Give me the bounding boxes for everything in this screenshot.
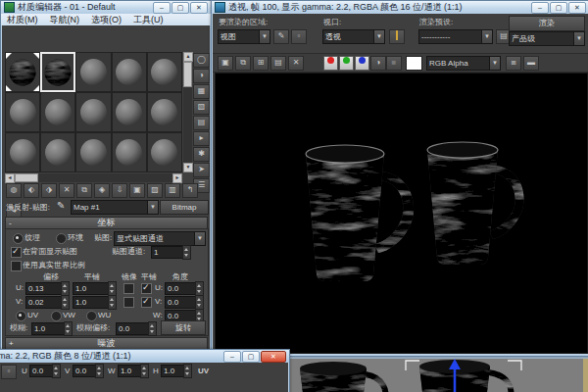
menu-item-2[interactable]: 选项(O) bbox=[91, 14, 122, 26]
u-offset-spinner[interactable] bbox=[61, 281, 70, 296]
material-id-channel-icon[interactable]: ▣ bbox=[129, 183, 145, 198]
clear-color-swatch[interactable] bbox=[406, 56, 422, 71]
sample-slot-10[interactable] bbox=[5, 132, 40, 172]
v-tile-checkbox[interactable] bbox=[141, 297, 152, 308]
v-tiling-spinner[interactable] bbox=[108, 295, 117, 310]
auto-region-selected-icon[interactable]: ▫ bbox=[291, 29, 307, 44]
edit-region-icon[interactable]: ✎ bbox=[273, 29, 289, 44]
render-quality-dropdown[interactable]: 产品级▼ bbox=[509, 31, 585, 46]
vw-radio[interactable] bbox=[51, 311, 62, 321]
sample-slot-7[interactable] bbox=[75, 92, 111, 132]
make-preview-icon[interactable]: ▸ bbox=[193, 131, 210, 146]
video-color-check-icon[interactable]: ▤ bbox=[193, 116, 210, 130]
scroll-up-icon[interactable]: ▲ bbox=[183, 52, 193, 62]
copy-image-icon[interactable]: ⧉ bbox=[235, 56, 251, 71]
sample-slot-14[interactable] bbox=[147, 132, 182, 172]
v-offset-spinner[interactable] bbox=[61, 295, 70, 310]
sample-slot-2[interactable] bbox=[75, 52, 111, 92]
scroll-thumb[interactable] bbox=[15, 173, 38, 182]
slots-vertical-scrollbar[interactable]: ▲ ▼ bbox=[183, 52, 192, 172]
crop-w-spinner[interactable] bbox=[140, 364, 149, 378]
pick-material-icon[interactable]: ✎ bbox=[57, 201, 65, 211]
u-mirror-checkbox[interactable] bbox=[123, 283, 134, 294]
close-button[interactable]: ✕ bbox=[190, 2, 208, 14]
material-editor-titlebar[interactable]: 材质编辑器 - 01 - Default – ▢ ✕ bbox=[1, 1, 211, 14]
v-tiling-field[interactable]: 1.0 bbox=[73, 296, 110, 309]
monochrome-icon[interactable]: ■ bbox=[386, 56, 402, 71]
go-to-parent-icon[interactable]: ↰ bbox=[182, 183, 198, 198]
sample-slot-5[interactable] bbox=[5, 92, 40, 132]
put-to-library-icon[interactable]: ⇩ bbox=[112, 183, 127, 198]
minimize-button[interactable]: – bbox=[531, 2, 549, 14]
scroll-thumb[interactable] bbox=[183, 62, 192, 87]
background-icon[interactable]: ▦ bbox=[193, 84, 210, 99]
crop-u-spinner[interactable] bbox=[52, 364, 61, 378]
clone-rendered-frame-icon[interactable]: ⊞ bbox=[253, 56, 269, 71]
minimize-button[interactable]: – bbox=[223, 351, 241, 363]
v-offset-field[interactable]: 0.02 bbox=[25, 296, 63, 309]
sample-slot-12[interactable] bbox=[75, 132, 111, 172]
v-angle-spinner[interactable] bbox=[195, 295, 204, 310]
sample-slot-4[interactable] bbox=[147, 52, 182, 92]
menu-item-0[interactable]: 材质(M) bbox=[7, 14, 38, 26]
menu-item-3[interactable]: 工具(U) bbox=[133, 14, 164, 26]
u-tile-checkbox[interactable] bbox=[141, 283, 152, 294]
material-name-dropdown[interactable]: Map #1▼ bbox=[71, 200, 159, 215]
maximize-button[interactable]: ▢ bbox=[242, 351, 260, 363]
mapping-dropdown[interactable]: 显式贴图通道▼ bbox=[114, 231, 206, 246]
close-button[interactable]: ✕ bbox=[568, 2, 586, 14]
make-unique-icon[interactable]: ◈ bbox=[94, 183, 110, 198]
slots-horizontal-scrollbar[interactable]: ◄ ► bbox=[5, 173, 182, 182]
rotate-button[interactable]: 旋转 bbox=[161, 320, 206, 335]
get-material-icon[interactable]: ◍ bbox=[6, 183, 22, 198]
blur-spinner[interactable] bbox=[64, 321, 73, 336]
sample-slot-8[interactable] bbox=[112, 92, 147, 132]
sample-slot-1[interactable] bbox=[40, 52, 75, 92]
sample-slot-0[interactable] bbox=[5, 52, 40, 92]
make-material-copy-icon[interactable]: ⧉ bbox=[76, 183, 92, 198]
select-by-material-icon[interactable]: ➤ bbox=[193, 163, 210, 177]
show-map-on-back-checkbox[interactable] bbox=[11, 247, 22, 258]
options-icon[interactable]: ✱ bbox=[193, 147, 210, 162]
assign-material-to-selection-icon[interactable]: ⬗ bbox=[41, 183, 57, 198]
put-material-to-scene-icon[interactable]: ⬖ bbox=[24, 183, 39, 198]
real-world-scale-checkbox[interactable] bbox=[11, 261, 22, 271]
render-button[interactable]: 渲染 bbox=[509, 16, 585, 31]
v-angle-field[interactable]: 0.0 bbox=[165, 296, 198, 309]
u-angle-spinner[interactable] bbox=[195, 281, 204, 296]
menu-item-1[interactable]: 导航(N) bbox=[50, 14, 80, 26]
monitor-toggle-icon[interactable]: ▬ bbox=[523, 56, 539, 71]
sample-slot-3[interactable] bbox=[112, 52, 147, 92]
maximize-button[interactable]: ▢ bbox=[550, 2, 567, 14]
clear-image-icon[interactable]: ✕ bbox=[288, 56, 304, 71]
blue-channel-icon[interactable] bbox=[355, 56, 369, 71]
render-titlebar[interactable]: 透视, 帧 100, 显示 gamma: 2.2, RGBA 颜色 16 位/通… bbox=[212, 1, 588, 14]
u-tiling-field[interactable]: 1.0 bbox=[73, 282, 110, 295]
v-mirror-checkbox[interactable] bbox=[123, 297, 134, 308]
show-map-in-viewport-icon[interactable]: ▨ bbox=[147, 183, 163, 198]
texture-radio[interactable] bbox=[13, 233, 24, 244]
crop-v-spinner[interactable] bbox=[95, 364, 104, 378]
blur-field[interactable]: 1.0 bbox=[31, 322, 67, 335]
viewport-dropdown[interactable]: 透视▼ bbox=[322, 29, 385, 44]
print-image-icon[interactable]: ▤ bbox=[270, 56, 286, 71]
u-tiling-spinner[interactable] bbox=[108, 281, 117, 296]
perspective-viewport-fragment[interactable] bbox=[290, 359, 588, 392]
uv-radio[interactable] bbox=[16, 311, 26, 321]
bitmap-view-titlebar[interactable]: ma: 2.2, RGB 颜色 8 位/通道 (1:1) – ▢ ✕ bbox=[0, 350, 289, 363]
maximize-button[interactable]: ▢ bbox=[172, 2, 189, 14]
layer-overlay-icon[interactable]: ⧈ bbox=[506, 56, 521, 71]
map-type-button[interactable]: Bitmap bbox=[160, 200, 209, 215]
environment-radio[interactable] bbox=[56, 233, 67, 244]
alpha-channel-icon[interactable]: ◑ bbox=[370, 56, 386, 71]
sample-uv-tiling-icon[interactable]: ▧ bbox=[193, 100, 210, 115]
save-image-icon[interactable]: ▣ bbox=[218, 56, 233, 71]
minimize-button[interactable]: – bbox=[153, 2, 171, 14]
sample-slot-11[interactable] bbox=[40, 132, 75, 172]
render-preset-dropdown[interactable]: -----------▼ bbox=[418, 29, 493, 44]
channel-display-dropdown[interactable]: RGB Alpha▼ bbox=[426, 56, 501, 71]
wu-radio[interactable] bbox=[86, 311, 97, 321]
show-end-result-icon[interactable]: ▥ bbox=[165, 183, 180, 198]
green-channel-icon[interactable] bbox=[339, 56, 354, 71]
blur-offset-field[interactable]: 0.0 bbox=[116, 322, 151, 335]
